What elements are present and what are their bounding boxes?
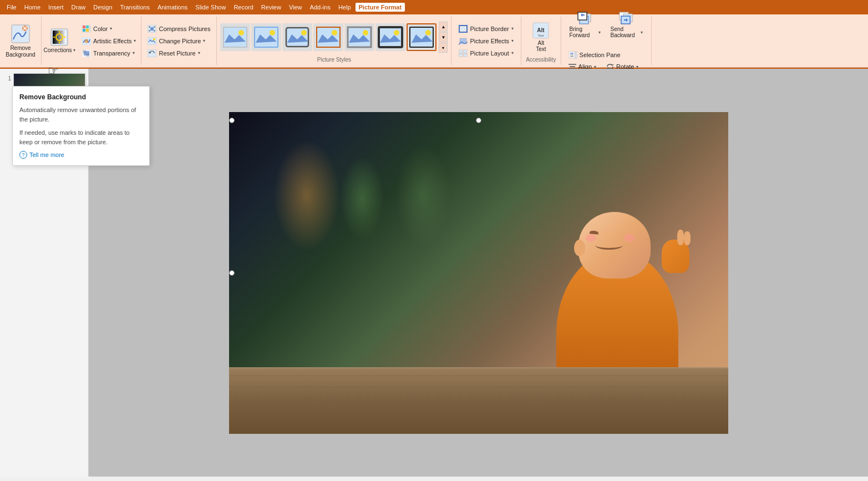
transparency-label: Transparency xyxy=(93,50,130,57)
picture-style-3[interactable] xyxy=(282,23,312,51)
picture-effects-label: Picture Effects xyxy=(470,38,509,44)
transparency-button[interactable]: Transparency ▾ xyxy=(79,48,139,59)
send-backward-icon xyxy=(619,9,634,25)
svg-point-46 xyxy=(425,30,431,36)
picture-style-2[interactable] xyxy=(251,23,281,51)
transparency-dropdown[interactable]: ▾ xyxy=(133,50,135,55)
color-button[interactable]: Color ▾ xyxy=(79,23,139,34)
picture-layout-button[interactable]: Picture Layout ▾ xyxy=(456,48,516,59)
tooltip-title: Remove Background xyxy=(19,93,143,101)
change-picture-icon xyxy=(148,37,156,45)
svg-rect-52 xyxy=(464,50,467,53)
menu-transitions[interactable]: Transitions xyxy=(117,3,153,12)
tell-me-more-label: Tell me more xyxy=(29,151,64,158)
menu-design[interactable]: Design xyxy=(90,3,115,12)
compress-pictures-button[interactable]: Compress Pictures xyxy=(145,23,213,34)
svg-rect-65 xyxy=(570,53,573,54)
artistic-effects-dropdown[interactable]: ▾ xyxy=(134,38,136,43)
menu-record[interactable]: Record xyxy=(230,3,256,12)
picture-border-icon xyxy=(459,25,468,33)
menu-review[interactable]: Review xyxy=(258,3,285,12)
svg-text:Alt: Alt xyxy=(537,27,545,33)
tooltip-paragraph-2: If needed, use marks to indicate areas t… xyxy=(19,128,143,146)
bring-forward-label: Bring Forward xyxy=(570,26,598,38)
selection-pane-button[interactable]: Selection Pane xyxy=(566,49,623,60)
menu-insert[interactable]: Insert xyxy=(45,3,67,12)
change-picture-dropdown[interactable]: ▾ xyxy=(203,38,205,43)
picture-style-6[interactable] xyxy=(375,23,405,51)
send-backward-dropdown[interactable]: ▾ xyxy=(641,30,643,35)
corrections-dropdown-arrow[interactable]: ▾ xyxy=(73,48,75,53)
styles-scroll-more[interactable]: ▾ xyxy=(439,43,448,53)
picture-style-4[interactable] xyxy=(313,23,343,51)
menu-home[interactable]: Home xyxy=(21,3,44,12)
menu-view[interactable]: View xyxy=(286,3,306,12)
svg-point-42 xyxy=(394,30,399,36)
menu-slideshow[interactable]: Slide Show xyxy=(192,3,229,12)
picture-style-7[interactable] xyxy=(407,23,436,51)
svg-point-27 xyxy=(153,38,155,40)
picture-layout-dropdown[interactable]: ▾ xyxy=(511,50,514,55)
remove-background-tooltip: Remove Background Automatically remove u… xyxy=(12,86,150,166)
color-dropdown[interactable]: ▾ xyxy=(110,26,112,31)
menu-help[interactable]: Help xyxy=(335,3,354,12)
menu-draw[interactable]: Draw xyxy=(68,3,89,12)
bring-forward-icon xyxy=(577,9,593,25)
picture-style-5[interactable] xyxy=(344,23,374,51)
tooltip-tell-more-link[interactable]: ? Tell me more xyxy=(19,151,143,159)
svg-rect-13 xyxy=(86,26,89,28)
svg-rect-51 xyxy=(459,50,463,53)
reset-picture-label: Reset Picture xyxy=(159,50,195,57)
selection-pane-icon xyxy=(568,51,577,59)
svg-point-30 xyxy=(238,30,244,36)
corrections-button[interactable]: Corrections ▾ xyxy=(44,19,75,63)
corrections-label: Corrections xyxy=(43,47,72,53)
picture-border-dropdown[interactable]: ▾ xyxy=(511,26,514,31)
artistic-effects-icon xyxy=(82,37,91,45)
svg-text:Text: Text xyxy=(538,34,544,37)
picture-border-label: Picture Border xyxy=(470,26,509,32)
change-picture-button[interactable]: Change Picture ▾ xyxy=(145,36,213,47)
corrections-icon xyxy=(50,28,68,46)
svg-point-39 xyxy=(363,30,368,36)
send-backward-button[interactable]: Send Backward ▾ xyxy=(607,2,647,46)
selection-pane-label: Selection Pane xyxy=(580,52,621,58)
menu-pictureformat[interactable]: Picture Format xyxy=(356,3,405,12)
svg-rect-23 xyxy=(84,51,89,55)
send-backward-label: Send Backward xyxy=(611,26,640,38)
artistic-effects-button[interactable]: Artistic Effects ▾ xyxy=(79,36,139,47)
svg-rect-54 xyxy=(464,54,467,57)
svg-rect-66 xyxy=(570,54,573,55)
menu-addins[interactable]: Add-ins xyxy=(307,3,334,12)
reset-picture-button[interactable]: Reset Picture ▾ xyxy=(145,48,213,59)
remove-background-button[interactable]: Remove Background xyxy=(3,19,38,63)
reset-picture-icon xyxy=(148,49,156,57)
slide-number: 1 xyxy=(2,75,11,82)
svg-rect-41 xyxy=(379,27,402,47)
reset-picture-dropdown[interactable]: ▾ xyxy=(198,50,200,55)
svg-rect-68 xyxy=(575,52,577,58)
color-label: Color xyxy=(93,26,108,32)
menu-file[interactable]: File xyxy=(3,3,20,12)
alt-text-icon: Alt Text xyxy=(532,22,549,39)
bring-forward-dropdown[interactable]: ▾ xyxy=(598,30,601,35)
svg-point-34 xyxy=(301,30,307,36)
svg-point-17 xyxy=(85,39,88,43)
picture-effects-button[interactable]: Picture Effects ▾ xyxy=(456,36,516,47)
picture-border-button[interactable]: Picture Border ▾ xyxy=(456,23,516,34)
svg-point-32 xyxy=(270,30,275,36)
svg-rect-25 xyxy=(150,27,154,31)
picture-style-1[interactable] xyxy=(220,23,250,51)
styles-scroll-up[interactable]: ▲ xyxy=(439,22,448,32)
picture-effects-dropdown[interactable]: ▾ xyxy=(511,38,514,43)
menu-animations[interactable]: Animations xyxy=(154,3,191,12)
alt-text-label: Alt Text xyxy=(536,40,546,52)
change-picture-label: Change Picture xyxy=(159,38,201,44)
alt-text-button[interactable]: Alt Text Alt Text xyxy=(526,19,555,55)
slide-canvas xyxy=(229,112,728,434)
picture-layout-icon xyxy=(459,49,468,57)
styles-scroll-down[interactable]: ▼ xyxy=(439,32,448,42)
bring-forward-button[interactable]: Bring Forward ▾ xyxy=(566,2,605,46)
compress-pictures-icon xyxy=(148,25,156,33)
remove-background-label: Remove Background xyxy=(6,45,35,58)
